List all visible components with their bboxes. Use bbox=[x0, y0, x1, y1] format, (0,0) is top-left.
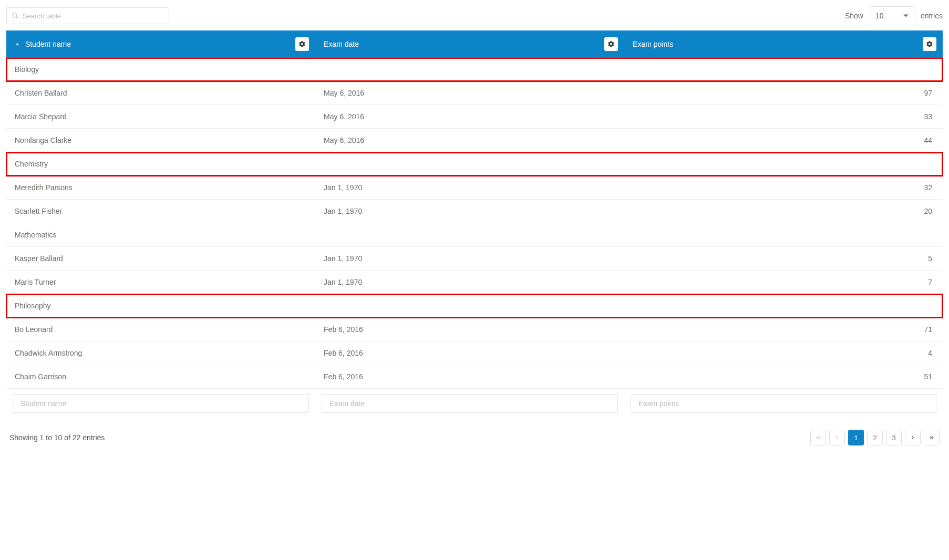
cell-date: May 6, 2016 bbox=[315, 105, 624, 129]
table-row[interactable]: Meredith ParsonsJan 1, 197032 bbox=[6, 176, 943, 200]
search-input[interactable] bbox=[6, 7, 169, 24]
cell-date: Jan 1, 1970 bbox=[315, 247, 624, 271]
column-settings-name[interactable] bbox=[295, 37, 309, 51]
page-size-value: 10 bbox=[875, 12, 884, 20]
column-header-date[interactable]: Exam date bbox=[315, 30, 624, 58]
cell-date: Feb 6, 2016 bbox=[315, 365, 624, 389]
group-label: Biology bbox=[6, 58, 943, 81]
page-size-select[interactable]: 10 bbox=[870, 6, 914, 25]
group-label: Mathematics bbox=[6, 223, 943, 247]
entries-label: entries bbox=[921, 12, 943, 20]
cell-date: Jan 1, 1970 bbox=[315, 271, 624, 294]
table-row[interactable]: Maris TurnerJan 1, 19707 bbox=[6, 271, 943, 294]
cell-points: 32 bbox=[624, 176, 943, 200]
pager-page[interactable]: 2 bbox=[867, 430, 883, 445]
cell-points: 97 bbox=[624, 81, 943, 105]
column-header-points[interactable]: Exam points bbox=[624, 30, 943, 58]
table-row[interactable]: Chaim GarrisonFeb 6, 201651 bbox=[6, 365, 943, 389]
cell-points: 51 bbox=[624, 365, 943, 389]
group-row[interactable]: Biology bbox=[6, 58, 943, 81]
showing-text: Showing 1 to 10 of 22 entries bbox=[9, 433, 105, 442]
table-row[interactable]: Christen BallardMay 6, 201697 bbox=[6, 81, 943, 105]
table-row[interactable]: Scarlett FisherJan 1, 197020 bbox=[6, 200, 943, 223]
search-wrapper bbox=[6, 7, 169, 24]
column-settings-points[interactable] bbox=[923, 37, 936, 51]
data-table: Student name Exam date Exam points Biolo… bbox=[6, 30, 943, 418]
filter-date-input[interactable] bbox=[322, 394, 618, 413]
filter-name-input[interactable] bbox=[13, 394, 309, 413]
cell-points: 20 bbox=[624, 200, 943, 223]
cell-name: Nomlanga Clarke bbox=[6, 129, 315, 152]
pager-prev bbox=[829, 430, 845, 445]
cell-points: 33 bbox=[624, 105, 943, 129]
cell-name: Meredith Parsons bbox=[6, 176, 315, 200]
cell-name: Chaim Garrison bbox=[6, 365, 315, 389]
group-row[interactable]: Philosophy bbox=[6, 294, 943, 318]
pagination: 123 bbox=[810, 430, 940, 445]
cell-name: Chadwick Armstrong bbox=[6, 341, 315, 365]
column-header-name[interactable]: Student name bbox=[6, 30, 315, 58]
pager-first bbox=[810, 430, 826, 445]
group-row[interactable]: Chemistry bbox=[6, 152, 943, 176]
pager-last[interactable] bbox=[924, 430, 940, 445]
cell-points: 4 bbox=[624, 341, 943, 365]
cell-name: Bo Leonard bbox=[6, 318, 315, 341]
table-row[interactable]: Nomlanga ClarkeMay 6, 201644 bbox=[6, 129, 943, 152]
cell-date: Feb 6, 2016 bbox=[315, 341, 624, 365]
column-header-date-label: Exam date bbox=[324, 40, 359, 48]
column-header-points-label: Exam points bbox=[633, 40, 673, 48]
group-label: Philosophy bbox=[6, 294, 943, 318]
group-label: Chemistry bbox=[6, 152, 943, 176]
sort-desc-icon bbox=[15, 40, 20, 47]
cell-name: Christen Ballard bbox=[6, 81, 315, 105]
show-label: Show bbox=[845, 12, 863, 20]
entries-control: Show 10 entries bbox=[845, 6, 943, 25]
cell-name: Scarlett Fisher bbox=[6, 200, 315, 223]
pager-page[interactable]: 3 bbox=[886, 430, 902, 445]
cell-points: 7 bbox=[624, 271, 943, 294]
group-row[interactable]: Mathematics bbox=[6, 223, 943, 247]
cell-date: Feb 6, 2016 bbox=[315, 318, 624, 341]
cell-points: 71 bbox=[624, 318, 943, 341]
cell-name: Kasper Ballard bbox=[6, 247, 315, 271]
caret-down-icon bbox=[903, 15, 909, 17]
table-row[interactable]: Kasper BallardJan 1, 19705 bbox=[6, 247, 943, 271]
table-row[interactable]: Chadwick ArmstrongFeb 6, 20164 bbox=[6, 341, 943, 365]
pager-page[interactable]: 1 bbox=[848, 430, 864, 445]
cell-points: 44 bbox=[624, 129, 943, 152]
table-row[interactable]: Marcia ShepardMay 6, 201633 bbox=[6, 105, 943, 129]
cell-date: May 6, 2016 bbox=[315, 129, 624, 152]
table-row[interactable]: Bo LeonardFeb 6, 201671 bbox=[6, 318, 943, 341]
cell-date: May 6, 2016 bbox=[315, 81, 624, 105]
pager-next[interactable] bbox=[905, 430, 921, 445]
cell-name: Maris Turner bbox=[6, 271, 315, 294]
cell-points: 5 bbox=[624, 247, 943, 271]
column-header-name-label: Student name bbox=[25, 40, 71, 48]
filter-points-input[interactable] bbox=[631, 394, 936, 413]
column-settings-date[interactable] bbox=[604, 37, 618, 51]
cell-name: Marcia Shepard bbox=[6, 105, 315, 129]
cell-date: Jan 1, 1970 bbox=[315, 200, 624, 223]
cell-date: Jan 1, 1970 bbox=[315, 176, 624, 200]
